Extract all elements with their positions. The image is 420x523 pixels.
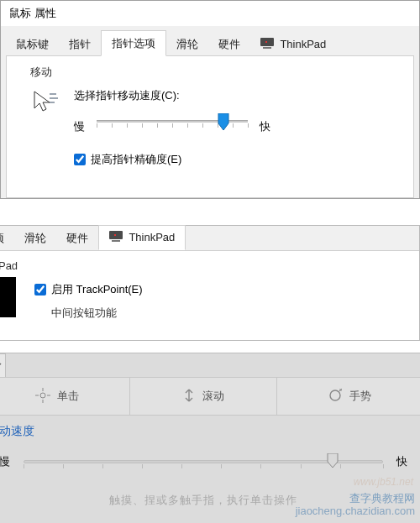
tab2-hardware[interactable]: 硬件 [56,226,98,250]
slider-thumb-2[interactable] [326,453,339,468]
mouse-properties-window: 鼠标 属性 鼠标键 指针 指针选项 滑轮 硬件 ThinkPad 移动 [0,0,420,199]
middle-button-label: 中间按钮功能 [51,306,143,321]
tab-wheel[interactable]: 滑轮 [166,32,208,56]
gesture-hint: 触摸、捏或多触手指，执行单击操作 [0,493,407,508]
touchpad-settings-panel: 单击 滚动 手势 动速度 慢 快 触摸、 [0,353,420,523]
tabstrip-2: 选项 滑轮 硬件 ThinkPad [0,226,419,251]
tab-mouse-buttons[interactable]: 鼠标键 [6,32,59,56]
motion-group-legend: 移动 [27,65,55,80]
fast-label-2: 快 [396,454,407,469]
enable-trackpoint-label: 启用 TrackPoint(E) [51,282,143,297]
tab-pointer-options[interactable]: 指针选项 [101,30,166,56]
cursor-speed-icon [30,88,60,118]
mode-click-label: 单击 [57,389,79,404]
svg-rect-2 [263,47,271,49]
thinkpad-icon [109,231,123,245]
mode-buttons: 单击 滚动 手势 [0,377,420,416]
svg-point-14 [330,390,340,400]
window-client: 鼠标键 指针 指针选项 滑轮 硬件 ThinkPad 移动 [1,26,419,198]
thinkpad-panel: uchPad 启用 TrackPoint(E) 中间按钮功能 [0,251,419,340]
mode-gesture-button[interactable]: 手势 [277,378,420,415]
svg-rect-1 [265,41,267,43]
tab-hardware[interactable]: 硬件 [208,32,250,56]
scroll-icon [182,388,196,405]
svg-rect-8 [112,240,120,242]
enhance-precision-label: 提高指针精确度(E) [91,152,181,167]
tab2-options[interactable]: 选项 [0,226,14,250]
thinkpad-tab-window: 选项 滑轮 硬件 ThinkPad uchPad 启用 TrackPoint(E… [0,225,420,341]
svg-rect-7 [114,234,116,236]
pointer-speed-slider[interactable] [97,118,248,135]
click-icon [35,388,50,405]
mode-gesture-label: 手势 [349,389,371,404]
window-title: 鼠标 属性 [1,1,419,26]
trackpoint-preview-icon [0,277,16,317]
pointer-speed-label: 选择指针移动速度(C): [74,88,270,103]
chevron-down-icon[interactable] [0,353,6,377]
tab-pointers[interactable]: 指针 [59,32,101,56]
slow-label-2: 慢 [0,454,10,469]
tab2-thinkpad-label: ThinkPad [129,231,175,243]
mode-scroll-label: 滚动 [202,389,224,404]
slow-label: 慢 [74,119,85,134]
pointer-options-panel: 移动 选择指针移动速度(C): 慢 [6,56,414,198]
speed-section-label: 动速度 [0,424,407,439]
touchpad-group-legend: uchPad [0,259,406,272]
thinkpad-icon [260,38,274,52]
enhance-precision-checkbox[interactable] [74,154,86,165]
fast-label: 快 [260,119,270,134]
slider-thumb[interactable] [217,113,230,132]
tabstrip: 鼠标键 指针 指针选项 滑轮 硬件 ThinkPad [6,31,414,56]
mode-click-button[interactable]: 单击 [0,378,130,415]
svg-point-9 [40,393,45,398]
touchpad-speed-slider[interactable] [24,456,383,468]
tab2-thinkpad[interactable]: ThinkPad [98,225,186,250]
mode-scroll-button[interactable]: 滚动 [130,378,276,415]
enable-trackpoint-checkbox[interactable] [34,284,46,295]
motion-group: 移动 选择指针移动速度(C): 慢 [20,66,400,177]
tab-thinkpad-label: ThinkPad [280,38,326,50]
tab2-wheel[interactable]: 滑轮 [14,226,56,250]
tab-thinkpad[interactable]: ThinkPad [250,33,336,56]
gesture-icon [328,388,343,405]
